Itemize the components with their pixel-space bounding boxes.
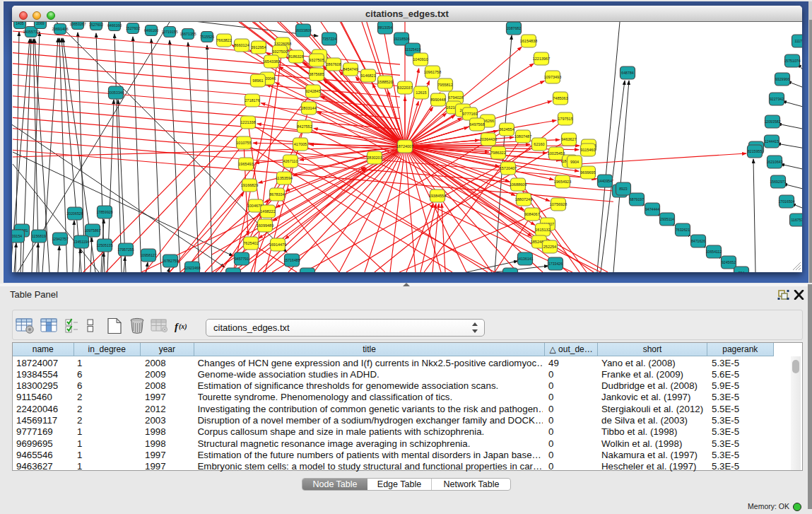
svg-text:19384554: 19384554 [429,194,446,198]
svg-text:8923: 8923 [619,187,628,191]
svg-text:8990448: 8990448 [430,98,445,102]
svg-text:1498222: 1498222 [260,209,275,214]
svg-text:1010755: 1010755 [236,141,251,145]
svg-text:1615132: 1615132 [535,228,550,232]
svg-text:11325419: 11325419 [405,47,421,52]
svg-text:2718176: 2718176 [245,98,259,103]
svg-text:2069: 2069 [36,22,45,25]
svg-text:6466160: 6466160 [107,23,122,28]
svg-text:6794028: 6794028 [448,95,463,100]
svg-text:116753: 116753 [792,218,802,222]
svg-text:9327505: 9327505 [309,58,324,62]
svg-text:1733426: 1733426 [548,262,563,266]
svg-text:16033809: 16033809 [295,28,311,33]
svg-text:10654112: 10654112 [706,250,722,254]
svg-text:19218506: 19218506 [393,37,409,41]
svg-text:62160: 62160 [534,142,544,146]
svg-text:8813054: 8813054 [378,25,392,30]
svg-text:1965493: 1965493 [238,162,253,166]
svg-text:10025453: 10025453 [548,151,565,156]
svg-text:2830203: 2830203 [367,156,382,160]
svg-text:16210643: 16210643 [766,160,782,164]
svg-text:1588520: 1588520 [377,80,392,84]
svg-text:7625402: 7625402 [243,241,258,245]
svg-text:2935114: 2935114 [660,217,674,221]
svg-text:16914479: 16914479 [269,243,286,247]
svg-text:9474444: 9474444 [645,207,659,211]
svg-text:17957255: 17957255 [117,247,134,252]
svg-text:252254: 252254 [543,245,556,249]
svg-text:20691406: 20691406 [52,27,68,31]
svg-text:20364436: 20364436 [480,137,497,141]
svg-text:7357224: 7357224 [322,37,336,41]
svg-text:9227342: 9227342 [770,97,784,101]
svg-text:9242845: 9242845 [305,89,320,93]
svg-text:98961: 98961 [252,78,263,83]
svg-text:417005: 417005 [294,142,307,146]
svg-text:1244415: 1244415 [765,139,779,144]
svg-text:17016504: 17016504 [778,199,794,204]
svg-text:20053346: 20053346 [107,90,124,95]
svg-text:9699695: 9699695 [580,170,595,175]
svg-text:7986322: 7986322 [490,151,505,155]
svg-text:9777169: 9777169 [462,112,477,116]
svg-text:11353594: 11353594 [276,176,293,180]
svg-text:10807487: 10807487 [514,134,531,139]
svg-text:8215955: 8215955 [748,149,762,153]
svg-text:11178: 11178 [794,39,802,43]
svg-text:10756928: 10756928 [550,202,567,206]
svg-text:20206526: 20206526 [66,211,83,216]
svg-text:1405: 1405 [16,22,24,25]
svg-text:12923468: 12923468 [184,266,200,270]
svg-text:17859928: 17859928 [96,210,112,214]
svg-text:10973493: 10973493 [544,75,561,79]
svg-text:14136141: 14136141 [517,257,533,261]
svg-text:9457791: 9457791 [235,257,249,261]
svg-text:15716485: 15716485 [283,258,300,262]
svg-text:16671355: 16671355 [180,32,196,36]
svg-text:1156819: 1156819 [32,234,46,238]
svg-text:2803144: 2803144 [301,106,316,110]
svg-text:4267110: 4267110 [283,159,298,163]
svg-text:8186328: 8186328 [288,54,303,59]
svg-text:18724007: 18724007 [396,144,413,148]
svg-text:1221338: 1221338 [240,120,255,124]
svg-text:10961758: 10961758 [424,70,441,74]
svg-text:8678334: 8678334 [269,192,284,197]
svg-text:13451194: 13451194 [73,240,90,244]
svg-text:9327500: 9327500 [272,49,287,54]
svg-text:1440954: 1440954 [598,179,612,183]
svg-text:8454749: 8454749 [343,67,358,71]
svg-text:10688609: 10688609 [510,182,526,187]
svg-text:1797515: 1797515 [558,117,572,121]
svg-text:7663822: 7663822 [216,38,231,42]
svg-text:3624554: 3624554 [499,127,514,132]
svg-text:16154838: 16154838 [520,39,537,43]
svg-text:12505135: 12505135 [96,243,112,247]
svg-text:2867608: 2867608 [326,62,341,66]
svg-text:10958127: 10958127 [140,253,156,257]
svg-text:16782759: 16782759 [162,259,178,263]
svg-text:1527602: 1527602 [126,26,140,30]
svg-text:16543382: 16543382 [263,59,280,64]
svg-text:12942757: 12942757 [52,237,68,241]
svg-text:9463627: 9463627 [561,137,576,141]
svg-text:10653267: 10653267 [69,22,86,26]
svg-text:924: 924 [739,271,745,272]
svg-text:7955812: 7955812 [437,83,452,87]
svg-text:14055712: 14055712 [23,30,39,34]
svg-text:19166829: 19166829 [241,183,258,187]
svg-text:9115460: 9115460 [580,148,595,152]
svg-text:16099489: 16099489 [257,223,273,228]
svg-text:12615: 12615 [416,90,426,95]
svg-text:9329966: 9329966 [775,77,789,81]
svg-text:7485063: 7485063 [553,96,567,100]
svg-text:7632621: 7632621 [676,228,690,232]
svg-text:8471626: 8471626 [691,239,705,243]
svg-text:9084067: 9084067 [524,212,539,216]
svg-text:6879197: 6879197 [630,197,644,201]
svg-text:1040910: 1040910 [413,57,428,62]
svg-text:3912954: 3912954 [251,45,266,49]
svg-text:648784: 648784 [621,71,633,75]
svg-text:9146821: 9146821 [360,74,375,78]
